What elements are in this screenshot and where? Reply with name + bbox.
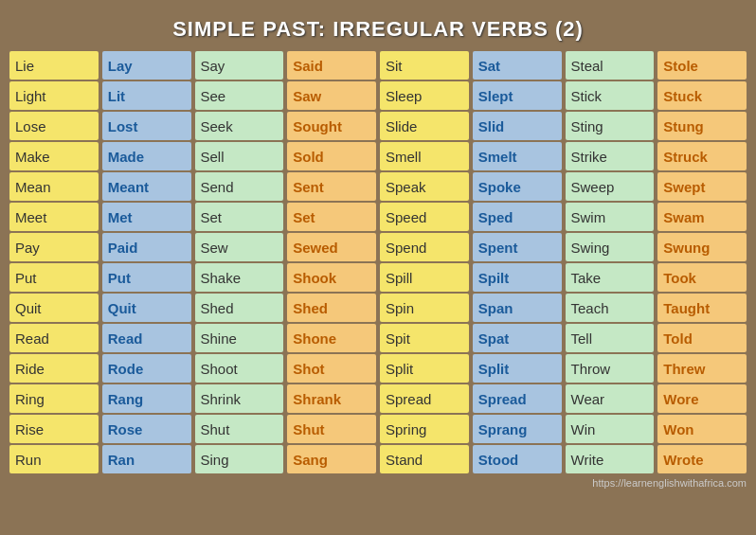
verb-cell: Swim <box>566 203 655 231</box>
verb-cell: Shake <box>195 263 284 292</box>
verb-cell: Slid <box>473 112 562 140</box>
verb-cell: Put <box>9 263 99 292</box>
verb-cell: Span <box>473 294 562 322</box>
verb-cell: Speak <box>380 172 469 201</box>
verb-cell: Make <box>9 142 99 170</box>
verb-cell: Sell <box>195 142 284 170</box>
verb-cell: Won <box>657 415 747 443</box>
verb-cell: Sew <box>195 233 284 261</box>
verb-cell: Light <box>9 81 99 110</box>
verb-cell: Said <box>287 51 376 80</box>
verb-cell: Sought <box>287 112 376 140</box>
verb-cell: Pay <box>9 233 99 261</box>
verb-cell: Shone <box>287 324 376 352</box>
verb-cell: Stuck <box>657 81 747 110</box>
verb-table: LieLightLoseMakeMeanMeetPayPutQuitReadRi… <box>9 51 747 473</box>
verb-cell: Shine <box>195 324 284 352</box>
verb-cell: Slide <box>380 112 469 140</box>
verb-cell: Rode <box>102 354 191 383</box>
verb-cell: Rang <box>102 384 191 413</box>
verb-cell: Stand <box>380 445 469 473</box>
verb-cell: Stick <box>566 81 655 110</box>
verb-cell: Sit <box>380 51 469 80</box>
verb-cell: Quit <box>102 294 191 322</box>
verb-cell: Slept <box>473 81 562 110</box>
verb-cell: Sang <box>287 445 376 473</box>
verb-cell: Spill <box>380 263 469 292</box>
verb-cell: Wore <box>657 384 747 413</box>
verb-cell: Swung <box>657 233 747 261</box>
verb-cell: Spent <box>473 233 562 261</box>
verb-cell: Shut <box>287 415 376 443</box>
verb-cell: Teach <box>566 294 655 322</box>
verb-cell: Spin <box>380 294 469 322</box>
verb-cell: Told <box>657 324 747 352</box>
verb-cell: Stung <box>657 112 747 140</box>
verb-cell: Shrank <box>287 384 376 413</box>
verb-cell: Meant <box>102 172 191 201</box>
verb-cell: Met <box>102 203 191 231</box>
verb-cell: Shed <box>287 294 376 322</box>
verb-cell: Spoke <box>473 172 562 201</box>
verb-cell: Lay <box>102 51 191 80</box>
verb-cell: See <box>195 81 284 110</box>
verb-cell: Quit <box>9 294 99 322</box>
verb-cell: Lie <box>9 51 99 80</box>
verb-column-4: SaidSawSoughtSoldSentSetSewedShookShedSh… <box>287 51 376 473</box>
verb-cell: Sing <box>195 445 284 473</box>
verb-cell: Spread <box>473 384 562 413</box>
verb-cell: Meet <box>9 203 99 231</box>
verb-cell: Run <box>9 445 99 473</box>
verb-cell: Sewed <box>287 233 376 261</box>
verb-cell: Ride <box>9 354 99 383</box>
verb-cell: Spread <box>380 384 469 413</box>
verb-cell: Read <box>102 324 191 352</box>
verb-cell: Took <box>657 263 747 292</box>
verb-column-3: SaySeeSeekSellSendSetSewShakeShedShineSh… <box>195 51 284 473</box>
verb-cell: Split <box>473 354 562 383</box>
watermark: https://learnenglishwithafrica.com <box>9 473 747 489</box>
verb-cell: Struck <box>657 142 747 170</box>
verb-cell: Rise <box>9 415 99 443</box>
verb-cell: Ring <box>9 384 99 413</box>
verb-cell: Made <box>102 142 191 170</box>
verb-cell: Take <box>566 263 655 292</box>
verb-cell: Send <box>195 172 284 201</box>
verb-column-6: SatSleptSlidSmeltSpokeSpedSpentSpiltSpan… <box>473 51 562 473</box>
verb-cell: Lit <box>102 81 191 110</box>
verb-cell: Shot <box>287 354 376 383</box>
verb-cell: Sleep <box>380 81 469 110</box>
verb-cell: Spend <box>380 233 469 261</box>
verb-cell: Steal <box>566 51 655 80</box>
verb-cell: Spilt <box>473 263 562 292</box>
verb-cell: Wear <box>566 384 655 413</box>
verb-cell: Read <box>9 324 99 352</box>
verb-column-2: LayLitLostMadeMeantMetPaidPutQuitReadRod… <box>102 51 191 473</box>
verb-cell: Sat <box>473 51 562 80</box>
verb-column-1: LieLightLoseMakeMeanMeetPayPutQuitReadRi… <box>9 51 99 473</box>
verb-cell: Paid <box>102 233 191 261</box>
verb-cell: Swept <box>657 172 747 201</box>
verb-cell: Swam <box>657 203 747 231</box>
verb-cell: Put <box>102 263 191 292</box>
verb-cell: Stole <box>657 51 747 80</box>
verb-cell: Sprang <box>473 415 562 443</box>
verb-cell: Win <box>566 415 655 443</box>
verb-cell: Spit <box>380 324 469 352</box>
verb-cell: Ran <box>102 445 191 473</box>
verb-cell: Throw <box>566 354 655 383</box>
verb-cell: Write <box>566 445 655 473</box>
page-title: SIMPLE PAST: IRREGULAR VERBS (2) <box>172 9 584 51</box>
verb-cell: Shoot <box>195 354 284 383</box>
verb-cell: Mean <box>9 172 99 201</box>
verb-cell: Spat <box>473 324 562 352</box>
verb-column-7: StealStickStingStrikeSweepSwimSwingTakeT… <box>566 51 655 473</box>
verb-cell: Strike <box>566 142 655 170</box>
verb-cell: Taught <box>657 294 747 322</box>
verb-cell: Shed <box>195 294 284 322</box>
verb-cell: Sold <box>287 142 376 170</box>
verb-cell: Shrink <box>195 384 284 413</box>
verb-cell: Tell <box>566 324 655 352</box>
verb-cell: Rose <box>102 415 191 443</box>
verb-cell: Sped <box>473 203 562 231</box>
